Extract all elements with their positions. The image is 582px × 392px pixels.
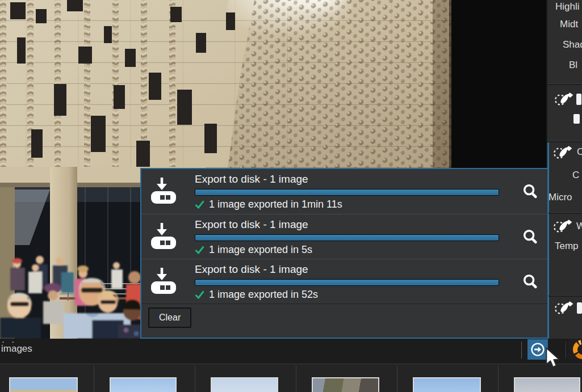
slider-label-temperature: Temp xyxy=(555,241,579,252)
toolbar-separator xyxy=(521,342,522,359)
tool-title-white-balance: W xyxy=(576,221,582,232)
export-task-title: Export to disk - 1 image xyxy=(195,263,499,276)
thumbnail-blue-sky[interactable] xyxy=(110,377,177,392)
slider-label-micro: Micro xyxy=(548,192,572,203)
panel-divider xyxy=(547,141,582,142)
thumbnail-rocky-coast[interactable] xyxy=(312,377,379,392)
magnifier-icon[interactable] xyxy=(521,273,539,291)
export-task-row: Export to disk - 1 image 1 image exporte… xyxy=(141,259,547,304)
slider-label-midtone: Midt xyxy=(560,19,578,30)
slider-label-black: Bl xyxy=(569,60,577,71)
lasso-brush-icon[interactable] xyxy=(554,92,574,107)
check-icon xyxy=(195,200,204,209)
download-tray-icon xyxy=(150,177,177,205)
clipped-tool-title xyxy=(577,302,582,314)
clipped-slider-label xyxy=(573,114,580,124)
export-task-title: Export to disk - 1 image xyxy=(195,172,499,186)
panel-divider xyxy=(547,295,582,297)
panel-divider xyxy=(547,212,582,214)
filmstrip-separator xyxy=(498,366,499,392)
export-progress-bar xyxy=(195,189,499,196)
toolbar-separator xyxy=(566,342,566,359)
thumbnail-blue-sky-2[interactable] xyxy=(413,377,481,392)
slider-label-clarity: C xyxy=(572,170,579,181)
clipped-tool-title xyxy=(576,94,581,105)
check-icon xyxy=(195,246,204,254)
lasso-brush-icon[interactable] xyxy=(552,219,573,234)
export-task-title: Export to disk - 1 image xyxy=(195,218,499,231)
filmstrip[interactable] xyxy=(0,364,582,392)
thumbnail-gray-sky[interactable] xyxy=(514,377,580,392)
lasso-brush-icon[interactable] xyxy=(552,145,573,160)
export-status-text: 1 image exported in 1min 11s xyxy=(209,199,342,210)
export-progress-bar xyxy=(195,279,499,286)
clear-button[interactable]: Clear xyxy=(148,307,191,328)
right-tool-panel: Highli Midt Shad Bl C C Micro W Temp xyxy=(546,0,582,339)
export-task-row: Export to disk - 1 image 1 image exporte… xyxy=(141,214,547,259)
export-progress-bar xyxy=(195,234,499,241)
filmstrip-separator xyxy=(296,366,296,392)
browser-status-bar: · · images xyxy=(0,339,582,364)
thumbnail-beach[interactable] xyxy=(9,377,78,392)
filmstrip-separator xyxy=(94,366,94,392)
lasso-brush-icon[interactable] xyxy=(554,301,574,315)
panel-divider xyxy=(547,83,582,85)
download-tray-icon xyxy=(150,267,177,296)
filmstrip-separator xyxy=(195,366,195,392)
slider-label-shadow: Shad xyxy=(563,39,582,50)
slider-label-highlight: Highli xyxy=(555,1,580,12)
dialog-footer: Clear xyxy=(141,304,547,336)
export-status-text: 1 image exported in 52s xyxy=(209,289,318,301)
magnifier-icon[interactable] xyxy=(521,228,539,246)
application-window: Highli Midt Shad Bl C C Micro W Temp xyxy=(0,0,582,392)
tool-title-clarity: C xyxy=(577,146,582,158)
download-tray-icon xyxy=(150,222,177,251)
image-count-label: images xyxy=(1,343,32,355)
export-status-text: 1 image exported in 5s xyxy=(209,244,312,256)
circle-arrow-right-icon[interactable] xyxy=(527,339,548,360)
magnifier-icon[interactable] xyxy=(521,183,539,201)
check-icon xyxy=(195,290,204,299)
thumbnail-pale-sky[interactable] xyxy=(211,377,278,392)
capture-one-logo[interactable] xyxy=(568,339,582,360)
export-task-row: Export to disk - 1 image 1 image exporte… xyxy=(141,169,547,214)
export-progress-panel: Export to disk - 1 image 1 image exporte… xyxy=(140,168,548,339)
filmstrip-separator xyxy=(397,366,397,392)
